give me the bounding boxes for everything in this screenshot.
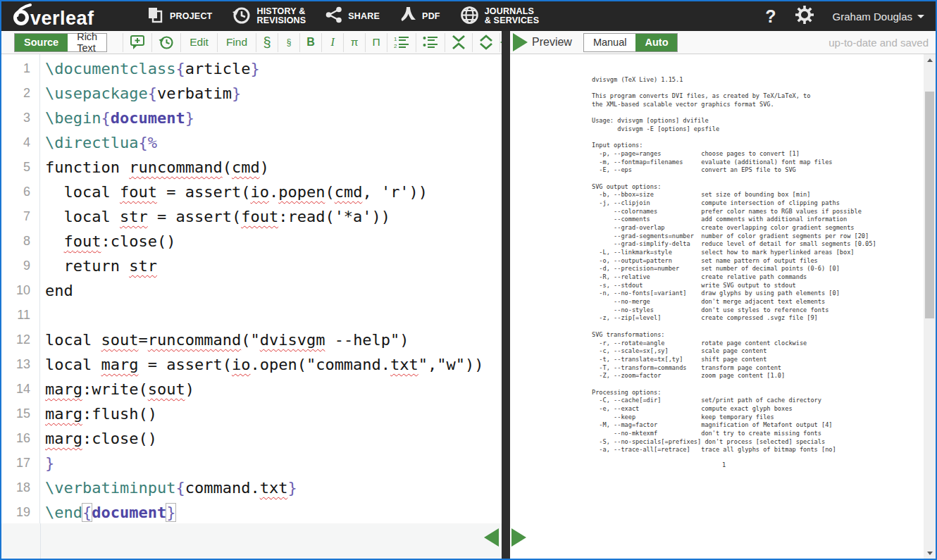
line-number: 7 [1,204,39,229]
compile-status: up-to-date and saved [829,37,936,49]
overleaf-logo[interactable]: verleaf [11,4,117,29]
code-line[interactable]: \documentclass{article} [45,56,502,81]
edit-button[interactable]: Edit [181,33,218,52]
code-line[interactable]: marg:flush() [45,402,502,426]
line-number: 3 [1,106,39,130]
code-line[interactable]: \directlua{% [45,130,502,155]
expand-icon [479,35,493,50]
italic-button[interactable]: I [322,33,344,52]
history-icon [232,6,251,27]
help-icon[interactable]: ? [765,6,776,27]
nav-share[interactable]: SHARE [316,1,390,31]
header-nav: PROJECTHISTORY &REVISIONSSHAREPDFJOURNAL… [137,1,549,31]
code-line[interactable]: return str [45,254,502,278]
line-number: 14 [1,377,39,402]
user-menu[interactable]: Graham Douglas [833,11,924,23]
pdf-scrollbar-thumb[interactable] [925,92,934,318]
line-number: 8 [1,229,39,254]
code-line[interactable] [45,303,502,328]
nav-journals[interactable]: JOURNALS& SERVICES [450,1,550,31]
line-number: 9 [1,254,39,278]
line-number: 15 [1,402,39,426]
code-line[interactable]: local fout = assert(io.popen(cmd, 'r')) [45,180,502,204]
code-line[interactable]: fout:close() [45,229,502,254]
code-line[interactable]: local sout=runcommand("dvisvgm --help") [45,328,502,352]
pane-divider[interactable] [502,31,510,559]
code-line[interactable]: function runcommand(cmd) [45,155,502,180]
numbered-list-button[interactable]: 12 [387,33,416,52]
pdf-scrollbar[interactable] [924,54,936,559]
nav-project[interactable]: PROJECT [137,1,222,31]
line-number: 13 [1,352,39,377]
line-number: 5 [1,155,39,180]
pdf-preview[interactable]: dvisvgm (TeX Live) 1.15.1 This program c… [510,54,936,559]
code-line[interactable]: \verbatiminput{command.txt} [45,475,502,500]
preview-toolbar: Preview Manual Auto up-to-date and saved [510,31,936,54]
source-richtext-toggle: Source Rich Text [14,33,107,52]
main-split: Source Rich Text EditFind§§BIπΠ12 123456… [1,31,936,559]
collapse-button[interactable] [445,33,473,52]
line-number: 4 [1,130,39,155]
gear-icon[interactable] [795,5,814,27]
auto-compile-button[interactable]: Auto [635,34,677,51]
code-line[interactable]: local marg = assert(io.open("command.txt… [45,352,502,377]
project-icon [147,6,164,27]
bold-button[interactable]: B [300,33,322,52]
find-button[interactable]: Find [218,33,256,52]
collapse-icon [452,35,466,50]
source-editor[interactable]: 12345678910111213141516171819 \documentc… [1,54,502,559]
nav-label: HISTORY &REVISIONS [256,7,306,25]
code-line[interactable]: local str = assert(fout:read('*a')) [45,204,502,229]
expand-button[interactable] [473,33,500,52]
numbered-list-icon: 12 [394,35,409,49]
line-number: 19 [1,500,39,525]
nav-history[interactable]: HISTORY &REVISIONS [222,1,316,31]
svg-text:1: 1 [394,36,397,42]
manual-auto-toggle: Manual Auto [583,33,678,52]
rich-text-tab[interactable]: Rich Text [68,34,106,51]
line-number: 17 [1,451,39,475]
code-area[interactable]: \documentclass{article}\usepackage{verba… [40,54,502,559]
code-line[interactable]: marg:write(sout) [45,377,502,402]
manual-compile-button[interactable]: Manual [584,34,636,51]
chevron-down-icon [917,15,924,18]
source-tab[interactable]: Source [15,34,68,51]
code-line[interactable]: marg:close() [45,426,502,451]
code-line[interactable]: \end{document} [45,500,502,525]
editor-toolbar-buttons: EditFind§§BIπΠ12 [123,33,500,52]
bullet-list-button[interactable] [416,33,445,52]
inline-math-button[interactable]: π [344,33,366,52]
line-number: 11 [1,303,39,328]
line-number: 10 [1,278,39,303]
bottom-expand-preview-arrow-icon[interactable] [511,528,526,547]
line-number: 18 [1,475,39,500]
code-line[interactable]: \begin{document} [45,106,502,130]
line-number: 16 [1,426,39,451]
code-line[interactable]: } [45,451,502,475]
svg-text:2: 2 [394,43,397,49]
history-small-icon [159,35,174,50]
preview-pane: Preview Manual Auto up-to-date and saved… [510,31,936,559]
expand-preview-arrow-icon[interactable] [513,33,528,51]
pdf-icon [399,6,416,27]
line-number: 1 [1,56,39,81]
editor-bottom-strip [1,523,502,559]
code-line[interactable]: \usepackage{verbatim} [45,81,502,106]
nav-label: PROJECT [170,12,212,21]
nav-label: JOURNALS& SERVICES [485,7,540,25]
code-line[interactable]: end [45,278,502,303]
track-changes-button[interactable] [152,33,181,52]
scroll-up-icon[interactable] [924,54,936,66]
line-number: 2 [1,81,39,106]
user-name: Graham Douglas [833,11,912,23]
section-button[interactable]: § [256,33,278,52]
add-comment-button[interactable] [123,33,152,52]
display-math-button[interactable]: Π [366,33,387,52]
subsection-button[interactable]: § [278,33,300,52]
pdf-page-text: dvisvgm (TeX Live) 1.15.1 This program c… [592,76,876,454]
line-number-gutter: 12345678910111213141516171819 [1,54,40,559]
bullet-list-icon [423,35,438,49]
scroll-down-icon[interactable] [924,547,936,559]
bottom-collapse-editor-arrow-icon[interactable] [484,528,499,547]
nav-pdf[interactable]: PDF [390,1,450,31]
